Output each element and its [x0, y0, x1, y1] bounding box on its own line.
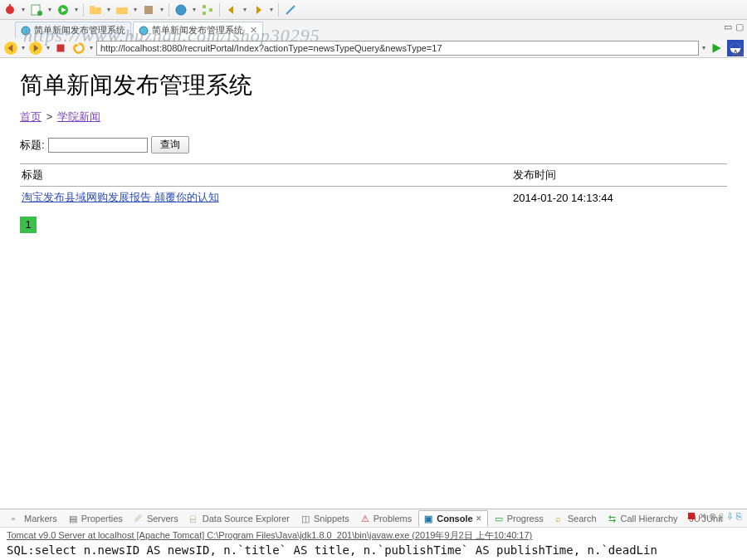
page-title: 简单新闻发布管理系统 [20, 70, 727, 101]
chevron-down-icon[interactable]: ▾ [90, 44, 93, 51]
properties-icon: ▤ [69, 514, 79, 523]
console-actions: ✕ ⊗ ▯ ⇩ ⎘ [686, 511, 742, 523]
svg-rect-27 [688, 513, 695, 519]
url-input[interactable] [96, 41, 699, 56]
progress-icon: ▭ [495, 514, 505, 523]
editor-tab-2[interactable]: 简单新闻发布管理系统 ✕ [133, 22, 263, 38]
tab-label: 简单新闻发布管理系统 [152, 24, 243, 37]
svg-rect-8 [116, 7, 128, 14]
problems-icon: ⚠ [361, 514, 371, 523]
svg-marker-15 [256, 6, 261, 14]
news-link[interactable]: 淘宝发布县域网购发展报告 颠覆你的认知 [22, 191, 219, 203]
ide-toolbar: ▾ ▾ ▾ ▾ ▾ ▾ ▾ ▾ ▾ [0, 0, 747, 20]
search-row: 标题: 查询 [20, 136, 727, 153]
svg-point-17 [22, 27, 30, 35]
svg-point-18 [139, 27, 148, 35]
stop-icon[interactable] [53, 41, 68, 56]
go-icon[interactable] [709, 41, 724, 56]
annotation-side: An [733, 48, 744, 58]
crumb-home-link[interactable]: 首页 [20, 110, 42, 123]
svg-marker-24 [76, 43, 80, 47]
news-table: 标题 发布时间 淘宝发布县域网购发展报告 颠覆你的认知 2014-01-20 1… [20, 163, 727, 208]
title-input[interactable] [48, 138, 148, 153]
svg-rect-7 [90, 6, 95, 8]
globe-icon [139, 26, 149, 36]
globe2-icon[interactable] [174, 3, 188, 17]
svg-rect-6 [90, 7, 101, 14]
console-output: SQL:select n.newsID AS newsID, n.`title`… [0, 543, 747, 557]
tab-callhier[interactable]: ⇆Call Hierarchy [603, 510, 683, 527]
folder-icon[interactable] [89, 3, 102, 17]
tree-icon[interactable] [201, 3, 214, 17]
package-icon[interactable] [142, 3, 155, 17]
tab-problems[interactable]: ⚠Problems [356, 510, 417, 527]
bug-icon[interactable] [3, 3, 17, 17]
svg-line-16 [286, 6, 295, 14]
remove-icon[interactable]: ✕ [699, 511, 706, 523]
crumb-current-link[interactable]: 学院新闻 [57, 110, 100, 123]
pin-icon[interactable]: ⎘ [736, 511, 742, 523]
tab-markers[interactable]: ▫Markers [7, 510, 62, 527]
wand-icon[interactable] [284, 3, 297, 17]
tab-snippets[interactable]: ◫Snippets [296, 510, 354, 527]
tab-console[interactable]: ▣Console ✕ [418, 510, 487, 527]
col-time: 发布时间 [511, 164, 727, 187]
nav-back-icon[interactable] [3, 41, 18, 56]
editor-window-controls: ▭ ▢ [724, 22, 744, 32]
tab-servers[interactable]: ␥Servers [129, 510, 183, 527]
breadcrumb: 首页 > 学院新闻 [20, 110, 727, 124]
views-tabs: ▫Markers ▤Properties ␥Servers ⌸Data Sour… [0, 509, 747, 528]
clear-icon[interactable]: ▯ [719, 511, 724, 523]
bottom-panel: ▫Markers ▤Properties ␥Servers ⌸Data Sour… [0, 509, 747, 560]
scroll-icon[interactable]: ⇩ [726, 511, 734, 523]
markers-icon: ▫ [12, 514, 22, 523]
svg-rect-23 [57, 44, 65, 51]
terminate-icon[interactable] [686, 511, 696, 523]
servers-icon: ␥ [134, 514, 144, 523]
minimize-icon[interactable]: ▭ [724, 22, 732, 32]
svg-marker-25 [713, 43, 721, 52]
tab-properties[interactable]: ▤Properties [64, 510, 128, 527]
news-time: 2014-01-20 14:13:44 [511, 187, 727, 209]
editor-tab-1[interactable]: 简单新闻发布管理系统 [15, 22, 131, 38]
remove-all-icon[interactable]: ⊗ [709, 511, 716, 523]
run-icon[interactable] [56, 3, 70, 17]
close-icon[interactable]: ✕ [476, 514, 482, 523]
chevron-down-icon[interactable]: ▾ [702, 44, 706, 51]
back-icon[interactable] [225, 3, 238, 17]
refresh-icon[interactable] [71, 41, 86, 56]
chevron-down-icon[interactable]: ▾ [22, 44, 25, 51]
svg-rect-11 [203, 5, 206, 8]
dse-icon: ⌸ [190, 514, 200, 523]
tab-dse[interactable]: ⌸Data Source Explorer [185, 510, 295, 527]
maximize-icon[interactable]: ▢ [735, 22, 744, 32]
fwd-icon[interactable] [251, 3, 265, 17]
svg-rect-12 [203, 12, 206, 15]
tab-search[interactable]: ⌕Search [550, 510, 602, 527]
chevron-down-icon[interactable]: ▾ [46, 44, 50, 51]
close-icon[interactable]: ✕ [247, 25, 257, 36]
col-title: 标题 [20, 164, 511, 187]
editor-tabs: 简单新闻发布管理系统 简单新闻发布管理系统 ✕ ▭ ▢ [0, 20, 747, 38]
search-icon: ⌕ [555, 514, 565, 523]
svg-marker-14 [228, 6, 233, 14]
tab-progress[interactable]: ▭Progress [490, 510, 549, 527]
new-icon[interactable] [30, 3, 43, 17]
table-row: 淘宝发布县域网购发展报告 颠覆你的认知 2014-01-20 14:13:44 [20, 187, 727, 209]
search-label: 标题: [20, 138, 45, 153]
console-icon: ▣ [424, 514, 434, 523]
svg-point-3 [37, 11, 42, 16]
svg-rect-9 [144, 6, 153, 14]
folder2-icon[interactable] [115, 3, 129, 17]
page-content: 简单新闻发布管理系统 首页 > 学院新闻 标题: 查询 标题 发布时间 淘宝发布… [0, 58, 747, 240]
crumb-sep: > [45, 110, 55, 123]
svg-point-0 [6, 6, 14, 14]
console-header: Tomcat v9.0 Server at localhost [Apache … [0, 528, 747, 543]
query-button[interactable]: 查询 [151, 136, 189, 153]
svg-point-10 [176, 5, 186, 15]
tab-label: 简单新闻发布管理系统 [34, 24, 125, 37]
page-1[interactable]: 1 [20, 217, 37, 233]
nav-fwd-icon[interactable] [28, 41, 43, 56]
svg-rect-13 [209, 8, 212, 12]
browser-address-bar: ▾ ▾ ▾ ▾ [0, 38, 747, 58]
